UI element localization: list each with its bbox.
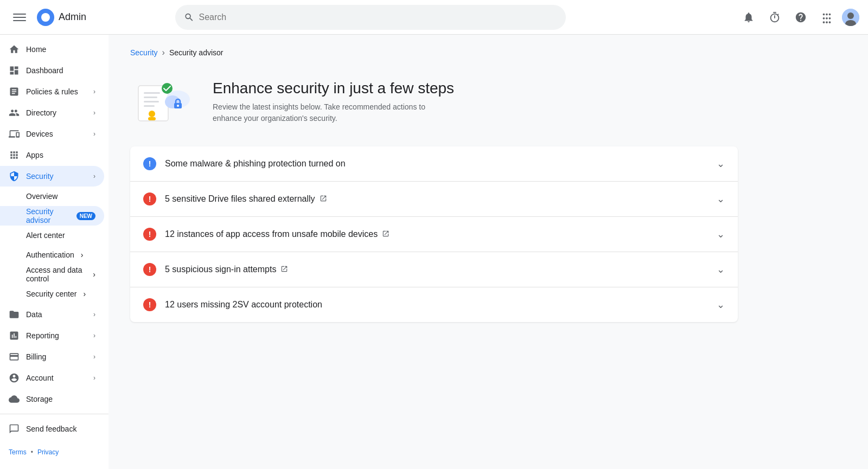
hero-illustration [130,75,195,129]
sidebar-item-home[interactable]: Home [0,39,104,60]
hero-section: Enhance security in just a few steps Rev… [130,75,738,129]
security-center-chevron: › [83,290,86,298]
sidebar-item-data[interactable]: Data › [0,304,104,325]
search-input[interactable] [199,12,558,22]
warning-icon-malware: ! [143,157,156,170]
hero-text: Enhance security in just a few steps Rev… [213,80,454,124]
privacy-link[interactable]: Privacy [37,448,59,456]
search-icon [184,12,194,23]
sidebar-item-billing[interactable]: Billing › [0,346,104,367]
billing-icon [9,351,20,362]
breadcrumb-parent[interactable]: Security [130,48,158,57]
notifications-icon[interactable] [738,7,760,28]
sidebar-sub-overview[interactable]: Overview [0,187,104,206]
terms-link[interactable]: Terms [9,448,27,456]
home-icon [9,44,20,55]
dashboard-icon [9,65,20,76]
sidebar-sub-security-advisor[interactable]: Security advisor NEW [0,206,104,226]
timer-icon[interactable] [764,7,786,28]
sidebar-item-storage[interactable]: Storage [0,388,104,409]
sidebar-sub-access-control[interactable]: Access and data control › [0,265,104,284]
access-chevron: › [93,270,95,279]
directory-chevron: › [93,109,95,117]
external-link-icon-app-access [382,230,390,239]
breadcrumb-current: Security advisor [169,48,224,57]
accordion-header-drive[interactable]: ! 5 sensitive Drive files shared externa… [130,182,738,216]
auth-chevron: › [81,250,84,259]
sidebar-item-security[interactable]: Security › [0,166,104,187]
app-title: Admin [59,11,86,23]
policies-label: Policies & rules [26,87,78,96]
security-icon [9,171,20,182]
reporting-icon [9,330,20,341]
title-text-signin: 5 suspicious sign-in attempts [165,265,276,274]
help-icon[interactable] [790,7,812,28]
accordion-item-2sv: ! 12 users missing 2SV account protectio… [130,287,738,322]
icon-text-drive: ! [149,195,151,203]
accordion-header-app-access[interactable]: ! 12 instances of app access from unsafe… [130,217,738,252]
footer-separator: • [31,448,33,456]
breadcrumb: Security › Security advisor [130,48,738,57]
title-text-app-access: 12 instances of app access from unsafe m… [165,229,378,239]
icon-text-signin: ! [149,265,151,274]
topbar: Admin [0,0,868,35]
svg-rect-2 [13,20,26,21]
sidebar-item-directory[interactable]: Directory › [0,102,104,124]
billing-chevron: › [93,353,95,361]
sidebar-item-reporting[interactable]: Reporting › [0,325,104,346]
security-label: Security [26,172,54,181]
title-text-2sv: 12 users missing 2SV account protection [165,300,322,310]
overview-label: Overview [26,192,58,201]
sidebar-item-apps[interactable]: Apps [0,145,104,166]
avatar[interactable] [842,9,859,26]
menu-icon[interactable] [9,7,30,28]
accordion-title-2sv: 12 users missing 2SV account protection [165,300,708,310]
external-link-icon-drive [320,195,327,204]
sidebar-sub-authentication[interactable]: Authentication › [0,245,104,265]
hero-title: Enhance security in just a few steps [213,80,454,97]
accordion-header-malware[interactable]: ! Some malware & phishing protection tur… [130,146,738,181]
account-chevron: › [93,374,95,382]
sidebar: Home Dashboard Policies & rules › Direct… [0,35,108,469]
billing-label: Billing [26,352,46,361]
account-label: Account [26,374,54,382]
logo-circle [37,9,54,26]
breadcrumb-separator: › [162,48,165,57]
title-text-malware: Some malware & phishing protection turne… [165,159,346,169]
home-label: Home [26,45,46,54]
logo-inner [41,13,50,22]
storage-icon [9,394,20,404]
apps-icon [9,150,20,160]
sidebar-item-account[interactable]: Account › [0,367,104,388]
accordion-chevron-app-access: ⌄ [717,228,725,240]
sidebar-sub-security-center[interactable]: Security center › [0,284,104,304]
accordion-header-signin[interactable]: ! 5 suspicious sign-in attempts ⌄ [130,252,738,287]
accordion-header-2sv[interactable]: ! 12 users missing 2SV account protectio… [130,287,738,322]
icon-text-app-access: ! [149,230,151,239]
sidebar-sub-alert-center[interactable]: Alert center [0,226,104,245]
sidebar-item-devices[interactable]: Devices › [0,124,104,145]
devices-icon [9,129,20,139]
security-center-label: Security center [26,290,76,298]
accordion-title-drive: 5 sensitive Drive files shared externall… [165,194,708,204]
accordion-item-drive: ! 5 sensitive Drive files shared externa… [130,182,738,217]
content-area: Security › Security advisor [108,35,868,469]
devices-chevron: › [93,130,95,138]
accordion-title-signin: 5 suspicious sign-in attempts [165,265,708,274]
storage-label: Storage [26,395,53,403]
svg-rect-0 [13,14,26,15]
accordion: ! Some malware & phishing protection tur… [130,146,738,322]
search-bar[interactable] [175,5,566,30]
security-submenu: Overview Security advisor NEW Alert cent… [0,187,108,304]
warning-icon-2sv: ! [143,298,156,311]
sidebar-item-dashboard[interactable]: Dashboard [0,60,104,81]
logo: Admin [37,9,86,26]
data-icon [9,309,20,320]
sidebar-item-feedback[interactable]: Send feedback [0,419,104,440]
dashboard-label: Dashboard [26,66,63,75]
sidebar-item-policies[interactable]: Policies & rules › [0,81,104,102]
svg-point-15 [177,105,179,107]
apps-grid-icon[interactable] [816,7,838,28]
svg-rect-1 [13,17,26,18]
reporting-label: Reporting [26,331,59,340]
